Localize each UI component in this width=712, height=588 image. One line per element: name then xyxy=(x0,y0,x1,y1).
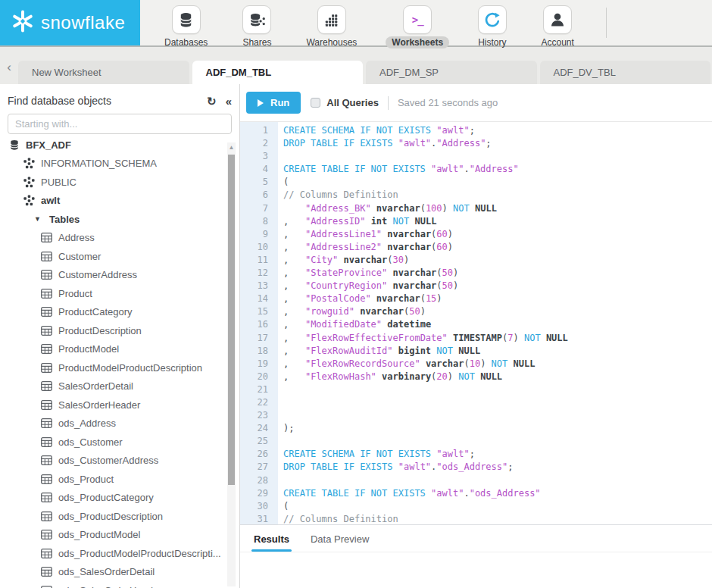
code-line[interactable]: DROP TABLE IF EXISTS "awlt"."ods_Address… xyxy=(283,461,568,474)
all-queries-checkbox[interactable] xyxy=(311,98,320,108)
code-line[interactable]: CREATE SCHEMA IF NOT EXISTS "awlt"; xyxy=(283,448,568,461)
code-line[interactable]: , "FlexRowHash" varbinary(20) NOT NULL xyxy=(283,371,568,383)
results-tab-data-preview[interactable]: Data Preview xyxy=(311,533,369,552)
code-line[interactable]: , "FlexRowRecordSource" varchar(10) NOT … xyxy=(283,358,568,371)
database-tree: BFX_ADF INFORMATION_SCHEMA PUBLIC awlt ▼… xyxy=(0,136,239,588)
scrollbar-thumb[interactable] xyxy=(228,155,235,485)
code-line[interactable]: , "FlexRowAuditId" bigint NOT NULL xyxy=(283,345,568,358)
code-line[interactable]: , "City" nvarchar(30) xyxy=(283,254,568,267)
code-line[interactable]: , "CountryRegion" nvarchar(50) xyxy=(283,280,568,292)
code-line[interactable]: DROP TABLE IF EXISTS "awlt"."Address"; xyxy=(283,137,568,150)
table-icon xyxy=(40,549,53,558)
worksheet-tabs: New WorksheetADF_DM_TBLADF_DM_SPADF_DV_T… xyxy=(18,61,712,84)
tree-row-customeraddress[interactable]: CustomerAddress xyxy=(0,266,239,285)
refresh-icon[interactable]: ↻ xyxy=(207,95,217,107)
nav-item-worksheets[interactable]: >_ Worksheets xyxy=(386,5,449,48)
tree-row-label: Tables xyxy=(49,214,80,225)
tree-row-salesorderheader[interactable]: SalesOrderHeader xyxy=(0,396,239,414)
shares-icon xyxy=(242,5,271,34)
editor-toolbar: Run All Queries Saved 21 seconds ago xyxy=(240,84,712,122)
code-line[interactable]: ); xyxy=(283,422,568,435)
tree-row-ods-productmodel[interactable]: ods_ProductModel xyxy=(0,526,239,545)
table-icon xyxy=(40,493,53,502)
code-line[interactable]: , "PostalCode" nvarchar(15) xyxy=(283,292,568,305)
nav-item-shares[interactable]: Shares xyxy=(236,5,277,48)
code-line[interactable]: , "AddressID" int NOT NULL xyxy=(283,215,568,228)
sql-editor[interactable]: 1234567891011121314151617181920212223242… xyxy=(240,122,712,524)
code-line[interactable]: , "ModifiedDate" datetime xyxy=(283,318,568,331)
database-sidebar: Find database objects ↻ « BFX_ADF INFORM… xyxy=(0,84,240,588)
worksheet-tab-adf_dv_tbl[interactable]: ADF_DV_TBL xyxy=(540,61,711,84)
sidebar-scrollbar[interactable]: ▲ xyxy=(227,142,236,586)
tree-row-public[interactable]: PUBLIC xyxy=(0,173,239,192)
code-line[interactable]: // Columns Definition xyxy=(283,513,568,524)
tree-row-information-schema[interactable]: INFORMATION_SCHEMA xyxy=(0,155,239,174)
snowflake-logo-icon xyxy=(10,8,36,37)
code-line[interactable]: CREATE SCHEMA IF NOT EXISTS "awlt"; xyxy=(283,124,568,137)
tree-row-awlt[interactable]: awlt xyxy=(0,192,239,211)
tree-row-label: BFX_ADF xyxy=(26,139,71,151)
tree-row-ods-productdescription[interactable]: ods_ProductDescription xyxy=(0,507,239,526)
databases-icon xyxy=(172,5,201,34)
snowflake-logo[interactable]: snowflake xyxy=(0,0,140,45)
nav-item-account[interactable]: Account xyxy=(535,5,579,48)
code-line[interactable]: , "AddressLine1" nvarchar(60) xyxy=(283,228,568,241)
tree-row-salesorderdetail[interactable]: SalesOrderDetail xyxy=(0,377,239,396)
worksheet-tab-adf_dm_sp[interactable]: ADF_DM_SP xyxy=(366,61,537,84)
tree-row-customer[interactable]: Customer xyxy=(0,247,239,266)
tree-row-productmodelproductdescription[interactable]: ProductModelProductDescription xyxy=(0,358,239,377)
table-icon xyxy=(40,326,53,336)
tree-row-ods-salesorderheader[interactable]: ods_SalesOrderHeader xyxy=(0,581,239,588)
nav-item-databases[interactable]: Databases xyxy=(158,5,214,48)
tree-row-label: ods_CustomerAddress xyxy=(58,455,158,466)
schema-icon xyxy=(23,158,36,169)
code-line[interactable] xyxy=(283,383,568,396)
tree-row-ods-productcategory[interactable]: ods_ProductCategory xyxy=(0,489,239,508)
code-line[interactable] xyxy=(283,435,568,448)
code-line[interactable]: , "AddressLine2" nvarchar(60) xyxy=(283,241,568,254)
tabs-back-chevron-icon[interactable]: ‹ xyxy=(0,60,18,84)
code-line[interactable] xyxy=(283,474,568,487)
tree-row-productcategory[interactable]: ProductCategory xyxy=(0,303,239,322)
worksheet-tab-adf_dm_tbl[interactable]: ADF_DM_TBL xyxy=(192,61,364,84)
scrollbar-up-arrow-icon[interactable]: ▲ xyxy=(227,142,236,153)
tree-row-productdescription[interactable]: ProductDescription xyxy=(0,321,239,340)
search-input[interactable] xyxy=(8,114,232,134)
tree-row-ods-customer[interactable]: ods_Customer xyxy=(0,433,239,452)
tree-row-productmodel[interactable]: ProductModel xyxy=(0,340,239,359)
table-icon xyxy=(40,233,53,242)
tree-row-label: ods_Customer xyxy=(58,436,123,448)
tree-row-ods-product[interactable]: ods_Product xyxy=(0,470,239,489)
tree-row-ods-customeraddress[interactable]: ods_CustomerAddress xyxy=(0,452,239,471)
code-line[interactable] xyxy=(283,409,568,422)
code-line[interactable]: "Address_BK" nvarchar(100) NOT NULL xyxy=(283,202,568,215)
tree-row-address[interactable]: Address xyxy=(0,229,239,248)
code-line[interactable] xyxy=(283,150,568,163)
code-line[interactable]: ( xyxy=(283,500,568,513)
run-button[interactable]: Run xyxy=(246,92,301,114)
code-line[interactable] xyxy=(283,396,568,409)
tree-row-ods-address[interactable]: ods_Address xyxy=(0,414,239,433)
code-line[interactable]: CREATE TABLE IF NOT EXISTS "awlt"."ods_A… xyxy=(283,487,568,500)
tree-row-tables[interactable]: ▼ Tables xyxy=(0,210,239,229)
tree-row-bfx-adf[interactable]: BFX_ADF xyxy=(0,136,239,155)
code-line[interactable]: , "StateProvince" nvarchar(50) xyxy=(283,267,568,280)
results-tab-results[interactable]: Results xyxy=(254,533,289,552)
code-line[interactable]: ( xyxy=(283,176,568,189)
code-line[interactable]: , "rowguid" nvarchar(50) xyxy=(283,305,568,318)
nav-item-warehouses[interactable]: Warehouses xyxy=(300,5,363,48)
code-line[interactable]: // Columns Definition xyxy=(283,189,568,202)
nav-item-history[interactable]: History xyxy=(472,5,512,48)
tree-row-label: ods_ProductDescription xyxy=(58,511,163,522)
tree-row-ods-salesorderdetail[interactable]: ods_SalesOrderDetail xyxy=(0,563,239,582)
all-queries-label[interactable]: All Queries xyxy=(326,97,379,108)
worksheet-tab-new-worksheet[interactable]: New Worksheet xyxy=(18,61,189,84)
sql-code[interactable]: CREATE SCHEMA IF NOT EXISTS "awlt";DROP … xyxy=(278,122,568,524)
tree-row-product[interactable]: Product xyxy=(0,284,239,303)
code-line[interactable]: , "FlexRowEffectiveFromDate" TIMESTAMP(7… xyxy=(283,332,568,345)
code-line[interactable]: CREATE TABLE IF NOT EXISTS "awlt"."Addre… xyxy=(283,163,568,176)
collapse-sidebar-icon[interactable]: « xyxy=(226,95,232,107)
worksheets-icon: >_ xyxy=(403,5,432,34)
sidebar-title: Find database objects xyxy=(8,95,198,107)
tree-row-ods-productmodelproductdescripti-[interactable]: ods_ProductModelProductDescripti... xyxy=(0,544,239,563)
